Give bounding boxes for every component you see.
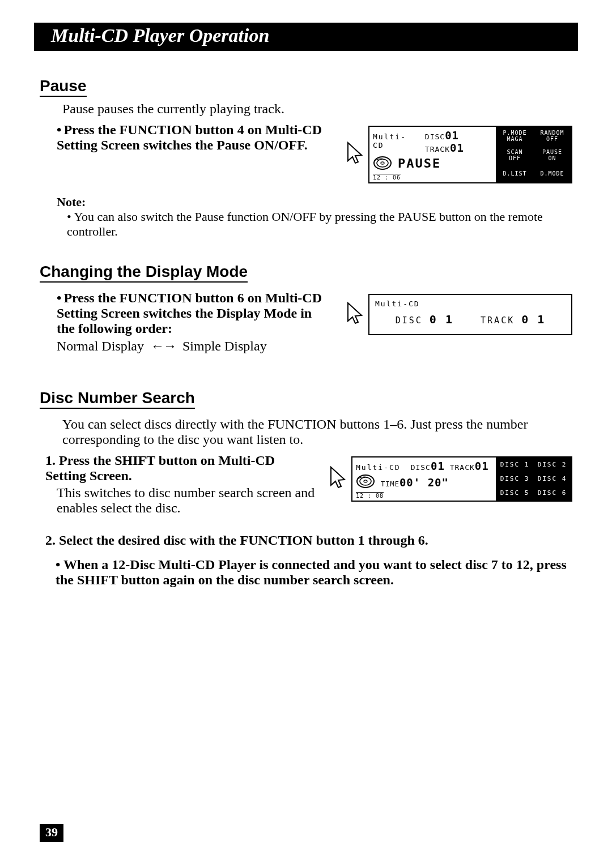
bullet-dot: • <box>57 290 61 305</box>
svg-point-1 <box>377 159 388 167</box>
cd-icon <box>356 473 375 491</box>
softkey-disc6: DISC 6 <box>534 486 571 501</box>
lcd-clock: 12 : 08 <box>356 492 384 499</box>
pause-step: Press the FUNCTION button 4 on Multi-CD … <box>57 122 322 152</box>
lcd-clock: 12 : 06 <box>373 174 401 181</box>
note-item: • You can also switch the Pause function… <box>67 209 567 239</box>
display-mode-step: Press the FUNCTION button 6 on Multi-CD … <box>57 290 322 336</box>
softkey-pmode: P.MODEMAGA <box>496 127 534 146</box>
disc-search-screen-illustration: Multi-CD DISC01 TRACK01 <box>328 456 572 502</box>
lcd-mode-label: Multi-CD <box>356 463 401 472</box>
section-display-mode: Changing the Display Mode • Press the FU… <box>40 253 572 354</box>
disc-search-sub: When a 12-Disc Multi-CD Player is connec… <box>56 557 567 587</box>
note-heading: Note: <box>57 195 572 209</box>
cursor-icon <box>345 301 364 329</box>
softkey-disc2: DISC 2 <box>534 457 571 472</box>
page-number: 39 <box>40 824 63 842</box>
softkey-dlist: D.LIST <box>496 165 534 182</box>
chapter-title-bar: Multi-CD Player Operation <box>34 23 578 51</box>
svg-point-5 <box>364 480 367 482</box>
display-mode-screen-illustration: Multi-CD DISC 0 1 TRACK 0 1 <box>345 294 572 335</box>
pause-intro: Pause pauses the currently playing track… <box>62 101 572 117</box>
lcd-track-label: TRACK <box>481 315 515 326</box>
lcd-status: PAUSE <box>398 156 441 170</box>
disc-search-step1: Press the SHIFT button on Multi-CD Setti… <box>45 453 275 483</box>
softkey-pause: PAUSEON <box>534 146 571 165</box>
lcd-track-num: 0 1 <box>521 313 545 326</box>
bullet-dot: • <box>57 122 61 137</box>
lcd-disc-label: DISC <box>411 463 431 472</box>
softkey-disc5: DISC 5 <box>496 486 534 501</box>
lcd-time: TIME00' 20" <box>381 476 449 489</box>
svg-point-2 <box>381 162 384 164</box>
display-mode-sequence: Normal Display ←→ Simple Display <box>57 339 333 354</box>
section-disc-search: Disc Number Search You can select discs … <box>40 379 572 588</box>
disc-softkey-grid: DISC 1 DISC 2 DISC 3 DISC 4 DISC 5 DISC … <box>496 457 571 501</box>
lcd-track-label: TRACK <box>425 145 450 153</box>
heading-display-mode: Changing the Display Mode <box>40 263 248 283</box>
lcd-disc-num: 0 1 <box>430 313 453 326</box>
svg-point-4 <box>360 477 371 485</box>
lcd-track-label: TRACK <box>450 463 475 472</box>
lcd-disc-num: 01 <box>445 129 459 142</box>
softkey-disc4: DISC 4 <box>534 472 571 486</box>
lcd-disc-label: DISC <box>425 132 445 141</box>
lcd-mode-label: Multi-CD <box>375 300 566 308</box>
heading-pause: Pause <box>40 77 87 97</box>
disc-search-intro: You can select discs directly with the F… <box>62 417 572 447</box>
cursor-icon <box>345 140 364 169</box>
pause-screen-illustration: Multi-CD DISC01 TRACK01 <box>345 126 572 183</box>
lcd-mode-label: Multi-CD <box>373 132 411 149</box>
softkey-grid: P.MODEMAGA RANDOMOFF SCANOFF PAUSEON D.L… <box>496 127 571 182</box>
softkey-scan: SCANOFF <box>496 146 534 165</box>
disc-search-step2: Select the desired disc with the FUNCTIO… <box>59 533 428 548</box>
lcd-disc-num: 01 <box>431 460 445 472</box>
heading-disc-search: Disc Number Search <box>40 389 195 409</box>
lcd-track-num: 01 <box>450 142 464 154</box>
softkey-disc3: DISC 3 <box>496 472 534 486</box>
lcd-track-num: 01 <box>475 460 489 472</box>
lcd-screen-discsearch: Multi-CD DISC01 TRACK01 <box>351 456 572 502</box>
softkey-dmode: D.MODE <box>534 165 571 182</box>
softkey-disc1: DISC 1 <box>496 457 534 472</box>
disc-search-step1-body: This switches to disc number search scre… <box>57 485 316 516</box>
lcd-screen-simple: Multi-CD DISC 0 1 TRACK 0 1 <box>368 294 572 335</box>
cd-icon <box>373 155 392 173</box>
chapter-title: Multi-CD Player Operation <box>51 25 269 46</box>
lcd-disc-label: DISC <box>396 315 423 326</box>
lcd-screen-pause: Multi-CD DISC01 TRACK01 <box>368 126 572 183</box>
softkey-random: RANDOMOFF <box>534 127 571 146</box>
cursor-icon <box>328 465 347 493</box>
section-pause: Pause Pause pauses the currently playing… <box>40 67 572 239</box>
double-arrow-icon: ←→ <box>151 339 176 354</box>
